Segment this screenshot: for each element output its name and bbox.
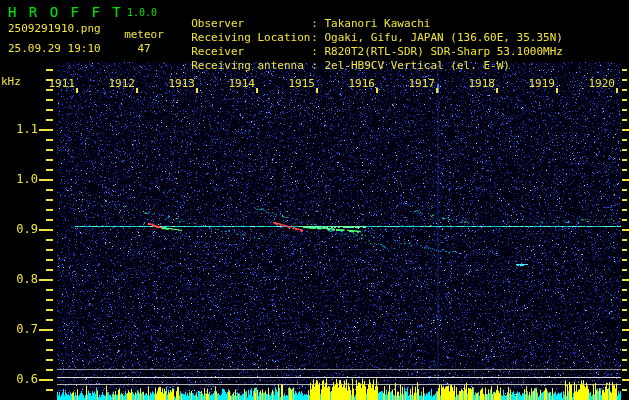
freq-tick-minor [46,389,53,391]
echo-count: 47 [120,42,168,55]
right-tick [622,259,627,261]
freq-tick-minor [46,239,53,241]
right-tick [622,219,627,221]
info-row-antenna: Receiving antenna: 2el-HB9CV Vertical (e… [178,46,510,72]
freq-tick-label: 0.8 [0,272,38,286]
freq-tick-minor [46,349,53,351]
right-tick [622,369,627,371]
right-tick [622,309,627,311]
right-tick [622,349,627,351]
right-tick [622,139,627,141]
right-tick [622,189,627,191]
freq-tick-label: 0.7 [0,322,38,336]
app-version: 1.0.0 [127,7,157,18]
freq-tick-minor [46,79,53,81]
freq-tick-label: 0.9 [0,222,38,236]
right-tick [622,149,627,151]
right-tick [622,169,627,171]
freq-tick-label: 1.0 [0,172,38,186]
freq-tick-minor [46,119,53,121]
freq-tick-major [39,279,53,281]
freq-tick-minor [46,139,53,141]
spectrogram-canvas [57,62,621,400]
freq-tick-minor [46,319,53,321]
info-label: Receiving antenna [191,59,311,72]
freq-tick-minor [46,209,53,211]
right-tick [622,159,627,161]
freq-tick-minor [46,189,53,191]
right-tick [622,99,627,101]
freq-tick-minor [46,369,53,371]
freq-tick-minor [46,289,53,291]
right-tick [622,269,627,271]
right-tick [622,289,627,291]
freq-tick-minor [46,219,53,221]
right-tick [622,229,629,231]
right-tick [622,249,627,251]
right-tick [622,129,629,131]
freq-tick-minor [46,89,53,91]
freq-tick-minor [46,99,53,101]
freq-tick-minor [46,149,53,151]
freq-tick-label: 1.1 [0,122,38,136]
right-tick [622,109,627,111]
right-tick [622,359,627,361]
freq-tick-minor [46,199,53,201]
info-value: 2el-HB9CV Vertical (el. E-W) [325,59,510,72]
right-tick [622,209,627,211]
freq-tick-label: 0.6 [0,372,38,386]
right-tick [622,339,627,341]
freq-tick-minor [46,109,53,111]
output-filename: 2509291910.png [8,22,101,35]
freq-tick-minor [46,259,53,261]
right-tick [622,79,627,81]
datetime-label: 25.09.29 19:10 [8,42,101,55]
right-tick [622,319,627,321]
freq-tick-minor [46,69,53,71]
freq-tick-minor [46,169,53,171]
right-tick [622,179,629,181]
right-tick [622,279,629,281]
freq-tick-major [39,129,53,131]
freq-tick-minor [46,339,53,341]
right-tick [622,89,627,91]
hrofft-screen: { "app": { "title": "H R O F F T", "vers… [0,0,629,400]
right-tick [622,389,627,391]
freq-tick-major [39,329,53,331]
right-tick [622,329,629,331]
right-tick [622,119,627,121]
info-colon: : [311,59,324,72]
right-tick [622,239,627,241]
mode-label: meteor [120,28,168,41]
freq-tick-major [39,379,53,381]
right-tick [622,69,627,71]
freq-tick-minor [46,159,53,161]
frequency-axis-unit: kHz [1,75,21,88]
freq-tick-major [39,229,53,231]
freq-tick-minor [46,269,53,271]
right-tick [622,299,627,301]
freq-tick-major [39,179,53,181]
right-tick [622,199,627,201]
freq-tick-minor [46,299,53,301]
freq-tick-minor [46,249,53,251]
app-title: H R O F F T [8,4,123,20]
freq-tick-minor [46,359,53,361]
freq-tick-minor [46,309,53,311]
right-tick [622,379,629,381]
